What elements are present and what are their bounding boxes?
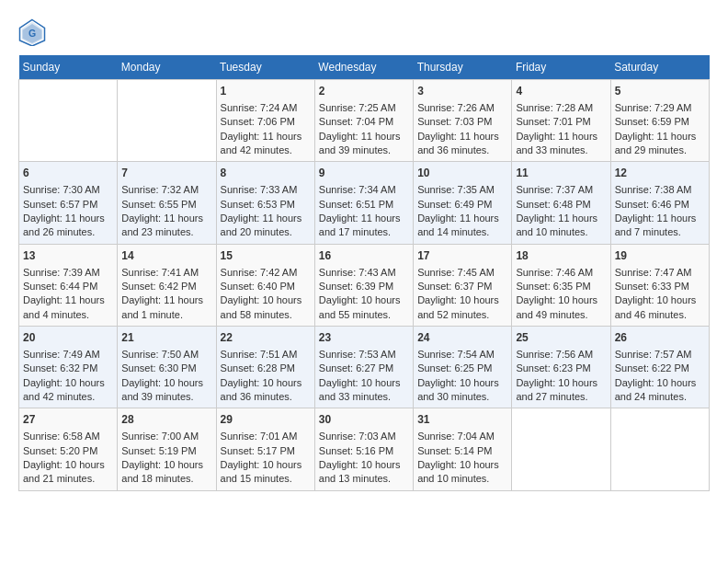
sunset-text: Sunset: 6:57 PM — [23, 199, 97, 210]
day-header-saturday: Saturday — [610, 55, 709, 80]
calendar-cell: 5Sunrise: 7:29 AMSunset: 6:59 PMDaylight… — [610, 80, 709, 162]
day-number: 30 — [319, 412, 409, 428]
sunset-text: Sunset: 6:53 PM — [221, 199, 295, 210]
daylight-text: Daylight: 10 hours and 49 minutes. — [516, 294, 597, 319]
sunset-text: Sunset: 6:59 PM — [615, 116, 689, 127]
calendar-cell: 4Sunrise: 7:28 AMSunset: 7:01 PMDaylight… — [512, 80, 610, 162]
calendar-cell — [118, 80, 216, 162]
sunset-text: Sunset: 7:01 PM — [516, 116, 590, 127]
sunrise-text: Sunrise: 7:56 AM — [516, 349, 593, 360]
daylight-text: Daylight: 11 hours and 23 minutes. — [121, 213, 203, 237]
day-number: 4 — [516, 84, 606, 99]
day-number: 21 — [121, 330, 211, 346]
page-header: G — [18, 18, 710, 46]
sunrise-text: Sunrise: 6:58 AM — [23, 431, 100, 442]
day-number: 14 — [121, 248, 211, 264]
calendar-cell — [19, 80, 118, 162]
day-number: 2 — [319, 84, 409, 99]
calendar-cell: 7Sunrise: 7:32 AMSunset: 6:55 PMDaylight… — [118, 162, 216, 244]
day-number: 9 — [319, 166, 409, 181]
day-number: 27 — [23, 412, 113, 428]
calendar-cell: 17Sunrise: 7:45 AMSunset: 6:37 PMDayligh… — [414, 244, 512, 326]
calendar-cell: 30Sunrise: 7:03 AMSunset: 5:16 PMDayligh… — [314, 408, 413, 490]
calendar-cell: 26Sunrise: 7:57 AMSunset: 6:22 PMDayligh… — [610, 327, 709, 408]
sunset-text: Sunset: 6:39 PM — [319, 281, 393, 292]
sunrise-text: Sunrise: 7:37 AM — [516, 184, 593, 195]
sunrise-text: Sunrise: 7:35 AM — [417, 184, 495, 195]
day-number: 28 — [121, 412, 211, 428]
day-number: 13 — [23, 248, 113, 264]
sunset-text: Sunset: 6:44 PM — [23, 281, 97, 292]
sunset-text: Sunset: 6:40 PM — [221, 281, 295, 292]
calendar-cell: 1Sunrise: 7:24 AMSunset: 7:06 PMDaylight… — [216, 80, 314, 162]
sunset-text: Sunset: 6:46 PM — [615, 199, 689, 210]
daylight-text: Daylight: 10 hours and 33 minutes. — [319, 377, 401, 402]
daylight-text: Daylight: 11 hours and 36 minutes. — [417, 131, 499, 155]
day-number: 10 — [417, 166, 507, 181]
day-number: 22 — [221, 330, 311, 346]
sunrise-text: Sunrise: 7:34 AM — [319, 184, 396, 195]
sunrise-text: Sunrise: 7:45 AM — [417, 267, 495, 278]
sunset-text: Sunset: 6:35 PM — [516, 281, 590, 292]
sunset-text: Sunset: 6:32 PM — [23, 362, 97, 373]
sunset-text: Sunset: 5:16 PM — [319, 445, 393, 456]
calendar-cell: 23Sunrise: 7:53 AMSunset: 6:27 PMDayligh… — [314, 327, 413, 408]
sunrise-text: Sunrise: 7:49 AM — [23, 349, 100, 360]
calendar-cell: 3Sunrise: 7:26 AMSunset: 7:03 PMDaylight… — [414, 80, 512, 162]
calendar-cell: 13Sunrise: 7:39 AMSunset: 6:44 PMDayligh… — [19, 244, 118, 326]
sunrise-text: Sunrise: 7:38 AM — [615, 184, 692, 195]
sunset-text: Sunset: 6:22 PM — [615, 362, 689, 373]
calendar-cell: 6Sunrise: 7:30 AMSunset: 6:57 PMDaylight… — [19, 162, 118, 244]
day-number: 5 — [615, 84, 705, 99]
sunrise-text: Sunrise: 7:46 AM — [516, 267, 593, 278]
calendar-cell: 16Sunrise: 7:43 AMSunset: 6:39 PMDayligh… — [314, 244, 413, 326]
sunset-text: Sunset: 6:42 PM — [121, 281, 196, 292]
daylight-text: Daylight: 10 hours and 46 minutes. — [615, 294, 697, 319]
sunrise-text: Sunrise: 7:33 AM — [221, 184, 298, 195]
sunrise-text: Sunrise: 7:51 AM — [221, 349, 298, 360]
day-number: 15 — [221, 248, 311, 264]
day-header-friday: Friday — [512, 55, 610, 80]
calendar-cell: 14Sunrise: 7:41 AMSunset: 6:42 PMDayligh… — [118, 244, 216, 326]
sunrise-text: Sunrise: 7:54 AM — [417, 349, 495, 360]
sunset-text: Sunset: 6:49 PM — [417, 199, 492, 210]
daylight-text: Daylight: 11 hours and 1 minute. — [121, 294, 203, 319]
day-number: 23 — [319, 330, 409, 346]
daylight-text: Daylight: 11 hours and 17 minutes. — [319, 213, 401, 237]
week-row-1: 1Sunrise: 7:24 AMSunset: 7:06 PMDaylight… — [19, 80, 710, 162]
day-number: 7 — [121, 166, 211, 181]
sunrise-text: Sunrise: 7:42 AM — [221, 267, 298, 278]
daylight-text: Daylight: 10 hours and 27 minutes. — [516, 377, 597, 402]
daylight-text: Daylight: 10 hours and 42 minutes. — [23, 377, 105, 402]
sunset-text: Sunset: 6:30 PM — [121, 362, 196, 373]
calendar-cell: 9Sunrise: 7:34 AMSunset: 6:51 PMDaylight… — [314, 162, 413, 244]
day-number: 24 — [417, 330, 507, 346]
day-number: 19 — [615, 248, 705, 264]
calendar-cell: 15Sunrise: 7:42 AMSunset: 6:40 PMDayligh… — [216, 244, 314, 326]
day-number: 29 — [221, 412, 311, 428]
sunset-text: Sunset: 6:25 PM — [417, 362, 492, 373]
daylight-text: Daylight: 11 hours and 20 minutes. — [221, 213, 302, 237]
sunset-text: Sunset: 5:17 PM — [221, 445, 295, 456]
calendar-cell: 11Sunrise: 7:37 AMSunset: 6:48 PMDayligh… — [512, 162, 610, 244]
logo: G — [18, 18, 50, 46]
day-header-thursday: Thursday — [414, 55, 512, 80]
calendar-cell: 19Sunrise: 7:47 AMSunset: 6:33 PMDayligh… — [610, 244, 709, 326]
logo-icon: G — [18, 18, 46, 46]
sunset-text: Sunset: 5:14 PM — [417, 445, 492, 456]
day-number: 1 — [221, 84, 311, 99]
svg-text:G: G — [28, 28, 36, 39]
day-number: 18 — [516, 248, 606, 264]
daylight-text: Daylight: 11 hours and 29 minutes. — [615, 131, 697, 155]
daylight-text: Daylight: 11 hours and 33 minutes. — [516, 131, 597, 155]
sunrise-text: Sunrise: 7:00 AM — [121, 431, 199, 442]
day-number: 12 — [615, 166, 705, 181]
calendar-cell: 25Sunrise: 7:56 AMSunset: 6:23 PMDayligh… — [512, 327, 610, 408]
calendar-cell: 28Sunrise: 7:00 AMSunset: 5:19 PMDayligh… — [118, 408, 216, 490]
week-row-3: 13Sunrise: 7:39 AMSunset: 6:44 PMDayligh… — [19, 244, 710, 326]
daylight-text: Daylight: 11 hours and 42 minutes. — [221, 131, 302, 155]
day-number: 8 — [221, 166, 311, 181]
sunrise-text: Sunrise: 7:24 AM — [221, 102, 298, 113]
day-number: 25 — [516, 330, 606, 346]
calendar-cell: 2Sunrise: 7:25 AMSunset: 7:04 PMDaylight… — [314, 80, 413, 162]
